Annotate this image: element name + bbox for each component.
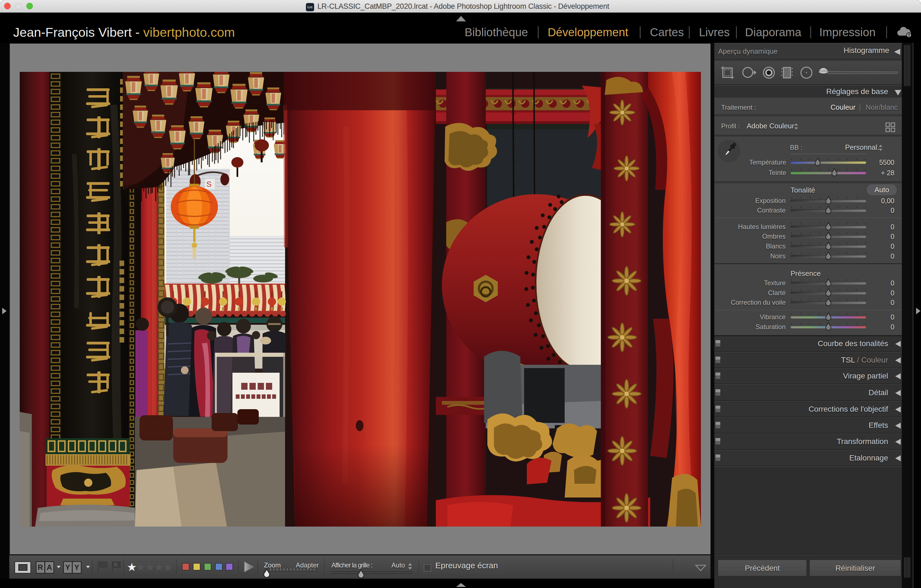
svg-text:S: S: [207, 180, 212, 188]
